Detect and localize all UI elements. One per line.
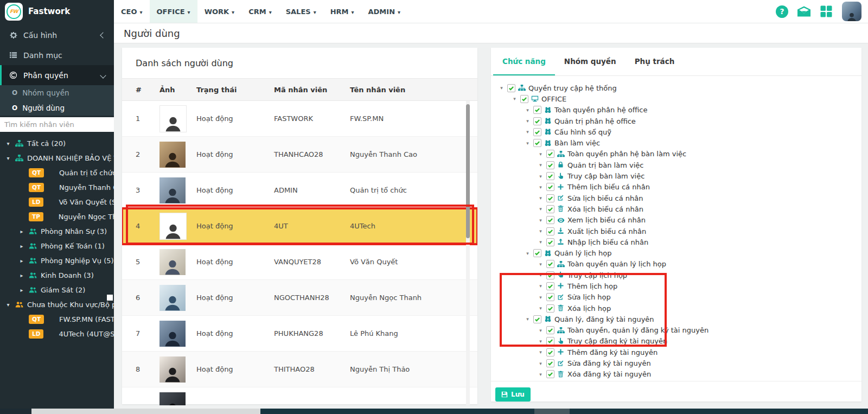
tree-toggle-icon[interactable] (538, 339, 544, 344)
tree-toggle-icon[interactable] (512, 96, 518, 101)
top-nav-item[interactable]: OFFICE (150, 0, 197, 23)
checkbox-checked[interactable] (546, 271, 554, 279)
tree-toggle-icon[interactable] (525, 141, 531, 146)
tree-toggle-icon[interactable] (525, 107, 531, 113)
table-row[interactable]: 1 Hoạt động FASTWORK FW.SP.MN (122, 101, 477, 137)
table-row[interactable]: 6 Hoạt động NGOCTHANH28 Nguyễn Ngọc Than… (122, 280, 477, 316)
org-tree-item[interactable]: Chưa thuộc Khu vực/Bộ phậ (0, 297, 114, 312)
tree-toggle-icon[interactable] (538, 228, 544, 234)
top-nav-item[interactable]: CRM (241, 0, 279, 23)
table-row[interactable]: 3 Hoạt động ADMIN Quản trị tổ chức (122, 173, 477, 208)
user-avatar[interactable] (842, 2, 861, 21)
tree-toggle-icon[interactable] (18, 228, 25, 234)
permission-item[interactable]: Truy cập lịch họp (491, 270, 861, 281)
permission-item[interactable]: Quản trị bàn làm việc (491, 160, 861, 170)
tree-toggle-icon[interactable] (538, 184, 544, 190)
table-row[interactable]: 5 Hoạt động VANQUYET28 Võ Văn Quyết (122, 244, 477, 280)
checkbox-checked[interactable] (546, 370, 554, 378)
tree-toggle-icon[interactable] (4, 141, 12, 147)
apps-icon[interactable] (820, 5, 833, 18)
checkbox-checked[interactable] (546, 326, 554, 334)
checkbox-checked[interactable] (546, 304, 554, 313)
tree-toggle-icon[interactable] (18, 272, 25, 278)
tree-toggle-icon[interactable] (525, 316, 531, 322)
sidebar-menu-item[interactable]: Phân quyền (0, 65, 114, 85)
tree-toggle-icon[interactable] (538, 372, 544, 377)
sidebar-scroll-handle[interactable] (107, 295, 113, 301)
tree-toggle-icon[interactable] (538, 283, 544, 289)
permission-item[interactable]: Sửa đăng ký tài nguyên (491, 358, 861, 368)
permission-item[interactable]: Xóa lịch biểu cá nhân (491, 203, 861, 214)
tree-toggle-icon[interactable] (4, 302, 12, 308)
permission-item[interactable]: Xuất lịch biểu cá nhân (491, 226, 861, 237)
checkbox-checked[interactable] (533, 249, 541, 257)
sidebar-submenu-item[interactable]: O Người dùng (0, 100, 114, 116)
tree-toggle-icon[interactable] (538, 239, 544, 245)
permission-item[interactable]: Thêm lịch biểu cá nhân (491, 182, 861, 193)
brand[interactable]: FW Fastwork (0, 0, 114, 23)
org-tree-item[interactable]: Giám Sát (2) (0, 283, 114, 297)
tree-toggle-icon[interactable] (538, 206, 544, 212)
checkbox-checked[interactable] (546, 161, 554, 169)
checkbox-checked[interactable] (546, 359, 554, 367)
org-tree-item[interactable]: QT Nguyễn Thanh Cao (SM (0, 180, 114, 195)
permission-item[interactable]: Sửa lịch biểu cá nhân (491, 193, 861, 203)
checkbox-checked[interactable] (546, 194, 554, 202)
checkbox-checked[interactable] (546, 337, 554, 345)
tree-toggle-icon[interactable] (538, 361, 544, 366)
table-row[interactable]: 8 Hoạt động THITHAO28 Nguyễn Thị Thảo (122, 352, 477, 387)
save-button[interactable]: Lưu (495, 387, 531, 402)
checkbox-checked[interactable] (546, 172, 554, 180)
tree-toggle-icon[interactable] (538, 272, 544, 278)
top-nav-item[interactable]: ADMIN (361, 0, 408, 23)
permission-item[interactable]: Quản trị phân hệ office (491, 116, 861, 126)
org-tree-item[interactable]: Kinh Doanh (3) (0, 268, 114, 283)
tree-toggle-icon[interactable] (538, 295, 544, 300)
checkbox-checked[interactable] (520, 95, 528, 103)
org-tree-item[interactable]: LD 4UTech (4UT@SMG8) (0, 327, 114, 341)
checkbox-checked[interactable] (546, 348, 554, 356)
table-scrollbar-thumb[interactable] (466, 104, 470, 238)
permission-item[interactable]: Bàn làm việc (491, 137, 861, 148)
top-nav-item[interactable]: HRM (323, 0, 361, 23)
org-tree-item[interactable]: TP Nguyễn Ngọc Thanh (S (0, 209, 114, 224)
tree-toggle-icon[interactable] (18, 243, 25, 249)
permission-item[interactable]: Thêm lịch họp (491, 281, 861, 291)
tree-toggle-icon[interactable] (18, 287, 25, 293)
tree-toggle-icon[interactable] (538, 218, 544, 223)
tree-toggle-icon[interactable] (525, 118, 531, 124)
tree-toggle-icon[interactable] (538, 305, 544, 311)
checkbox-checked[interactable] (546, 183, 554, 191)
top-nav-item[interactable]: CEO (114, 0, 150, 23)
permission-item[interactable]: Nhập lịch biểu cá nhân (491, 237, 861, 247)
search-input[interactable] (0, 117, 114, 132)
mail-icon[interactable] (797, 6, 810, 17)
permission-item[interactable]: Thêm đăng ký tài nguyên (491, 347, 861, 358)
tree-toggle-icon[interactable] (538, 195, 544, 201)
permission-item[interactable]: Quyền truy cập hệ thống (491, 82, 861, 93)
tree-toggle-icon[interactable] (538, 162, 544, 168)
org-tree-item[interactable]: QT Quản trị tổ chức (ADMI (0, 165, 114, 180)
org-tree-item[interactable]: LD Võ Văn Quyết (SMG8@ (0, 195, 114, 209)
permission-item[interactable]: Truy cập bàn làm việc (491, 170, 861, 181)
permission-item[interactable]: Truy cập đăng ký tài nguyên (491, 336, 861, 347)
permission-item[interactable]: Cấu hình sổ quỹ (491, 126, 861, 137)
permissions-tab[interactable]: Phụ trách (626, 48, 684, 75)
permission-item[interactable]: Quản lý, đăng ký tài nguyên (491, 314, 861, 324)
checkbox-checked[interactable] (533, 106, 541, 114)
checkbox-checked[interactable] (507, 84, 515, 92)
checkbox-checked[interactable] (546, 260, 554, 268)
org-tree-item[interactable]: Phòng Nhân Sự (3) (0, 224, 114, 239)
tree-toggle-icon[interactable] (538, 151, 544, 157)
org-tree-item[interactable]: DOANH NGHIỆP BẢO VỆ VIỆ (0, 151, 114, 165)
checkbox-checked[interactable] (546, 150, 554, 158)
permissions-tab[interactable]: Chức năng (493, 48, 555, 75)
checkbox-checked[interactable] (546, 238, 554, 246)
checkbox-checked[interactable] (533, 315, 541, 323)
top-nav-item[interactable]: SALES (279, 0, 323, 23)
checkbox-checked[interactable] (533, 139, 541, 147)
horizontal-scrollbar-thumb-right[interactable] (534, 409, 570, 414)
help-icon[interactable]: ? (776, 5, 788, 18)
tree-toggle-icon[interactable] (525, 129, 531, 135)
permission-item[interactable]: Toàn quyền quản lý lịch họp (491, 259, 861, 270)
